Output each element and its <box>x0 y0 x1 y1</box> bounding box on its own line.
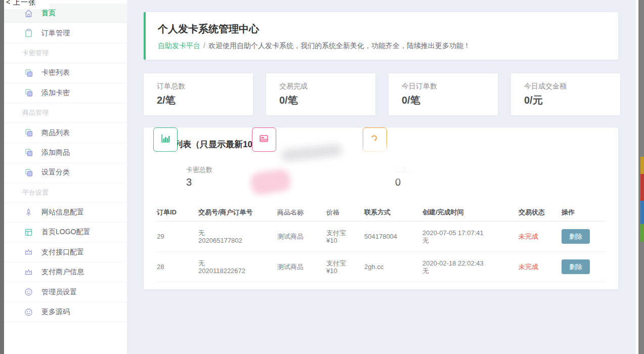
sidebar-nav: 首页 订单管理 卡密管理 卡密列表 添加卡密 商品管理 <box>4 4 127 322</box>
sold-stat-box <box>363 127 387 152</box>
trade-no-line2: 2020118222672 <box>198 267 277 275</box>
contact: 2gh.cc <box>364 263 422 271</box>
stat-label: 交易完成 <box>279 82 375 91</box>
sidebar-item-label: 商品列表 <box>41 128 70 138</box>
stat-value: 0/笔 <box>402 94 498 107</box>
card-icon <box>259 133 270 146</box>
time-line2: 无 <box>422 267 519 275</box>
previous-image-label: < 上一张 <box>4 0 50 7</box>
trade-no: 无 202065177802 <box>198 229 277 244</box>
sidebar-item-more-source[interactable]: 更多源码 <box>4 302 127 322</box>
previous-image-button[interactable]: < 上一张 <box>4 0 50 9</box>
trade-no-line1: 无 <box>198 229 277 237</box>
sidebar-item-payment-merchant-info[interactable]: 支付商户信息 <box>4 262 127 282</box>
column-header: 商品名称 <box>277 208 326 217</box>
home-icon <box>24 9 33 18</box>
breadcrumb-link[interactable]: 自助发卡平台 <box>158 41 200 50</box>
sidebar-item-add-card[interactable]: 添加卡密 <box>4 83 127 103</box>
pay-amount: ¥10 <box>326 267 364 275</box>
column-header: 创建/完成时间 <box>422 208 519 217</box>
sidebar-item-label: 支付商户信息 <box>41 268 84 277</box>
breadcrumb-separator: / <box>203 41 205 50</box>
column-header: 交易号/商户订单号 <box>198 208 277 217</box>
sidebar-item-product-list[interactable]: 商品列表 <box>4 123 127 143</box>
trade-no: 无 2020118222672 <box>198 259 277 275</box>
copy-icon <box>24 148 33 157</box>
mini-stat-value: 0 <box>395 176 415 188</box>
stat-card-total-orders: 订单总数 2/笔 <box>144 73 253 115</box>
order-id: 29 <box>157 233 198 240</box>
trade-no-line2: 202065177802 <box>198 237 277 244</box>
mini-stat-label: 卡密总数 <box>186 165 212 174</box>
copy-icon <box>24 128 33 138</box>
sidebar-item-label: 添加商品 <box>41 148 70 157</box>
smiley-icon <box>24 307 33 317</box>
orders-title: 订单列表（只显示最新10笔） <box>157 139 618 150</box>
contact: 504178004 <box>364 233 422 240</box>
sidebar-item-label: 管理员设置 <box>41 288 77 297</box>
sidebar-item-label: 更多源码 <box>41 307 70 317</box>
sidebar-section-card-management: 卡密管理 <box>4 43 127 63</box>
sidebar-section-label: 商品管理 <box>22 108 49 117</box>
table-row: 29 无 202065177802 测试商品 支付宝 ¥10 504178004… <box>157 222 605 252</box>
sidebar-item-card-list[interactable]: 卡密列表 <box>4 63 127 83</box>
delete-button[interactable]: 删除 <box>562 259 590 274</box>
pay-method: 支付宝 <box>326 259 364 267</box>
order-id: 28 <box>157 263 198 271</box>
column-header: 价格 <box>326 208 364 217</box>
sidebar-item-site-info-config[interactable]: 网站信息配置 <box>4 203 127 223</box>
welcome-message: 欢迎使用自助个人发卡系统，我们的系统全新美化，功能齐全，陆续推出更多功能！ <box>208 41 470 50</box>
sidebar-item-set-category[interactable]: 设置分类 <box>4 163 127 183</box>
blur-smear-pink <box>249 168 291 196</box>
table-row: 28 无 2020118222672 测试商品 支付宝 ¥10 2gh.cc 2… <box>157 252 605 282</box>
stat-value: 2/笔 <box>157 94 253 107</box>
sidebar-item-label: 卡密列表 <box>41 68 70 77</box>
layout-icon <box>24 228 33 237</box>
sidebar-item-label: 订单管理 <box>41 29 70 38</box>
pay-method: 支付宝 <box>326 229 364 237</box>
delete-button[interactable]: 删除 <box>562 229 590 244</box>
product-name: 测试商品 <box>277 232 326 241</box>
crown-icon <box>24 247 33 257</box>
sidebar: 首页 订单管理 卡密管理 卡密列表 添加卡密 商品管理 <box>4 0 127 354</box>
sidebar-item-label: 首页LOGO配置 <box>41 228 90 237</box>
time-line1: 2020-02-18 22:02:43 <box>422 259 519 267</box>
obscured-stat-box <box>252 127 276 152</box>
orders-card: 订单列表（只显示最新10笔） 卡密总数 3 <box>144 127 618 289</box>
sidebar-item-payment-api-config[interactable]: 支付接口配置 <box>4 243 127 262</box>
sidebar-item-admin-settings[interactable]: 管理员设置 <box>4 282 127 302</box>
sold-stat: 已卖出 0 <box>395 165 415 188</box>
orders-table: 订单ID 交易号/商户订单号 商品名称 价格 联系方式 创建/完成时间 交易状态… <box>157 203 605 282</box>
mini-stat-value: 3 <box>186 176 212 188</box>
create-time: 2020-07-05 17:07:41 无 <box>422 229 519 244</box>
time-line2: 无 <box>422 237 519 244</box>
window-edge-right <box>638 0 644 354</box>
stat-label: 订单总数 <box>157 82 253 91</box>
price: 支付宝 ¥10 <box>326 259 364 275</box>
edge-fragment-red <box>640 174 644 201</box>
rocket-icon <box>24 208 33 217</box>
copy-icon <box>24 88 33 98</box>
sidebar-section-label: 平台设置 <box>22 188 49 197</box>
sidebar-item-logo-config[interactable]: 首页LOGO配置 <box>4 223 127 242</box>
sidebar-section-label: 卡密管理 <box>22 49 49 58</box>
edge-fragment-green <box>640 224 644 242</box>
stat-card-today-orders: 今日订单数 0/笔 <box>389 73 498 115</box>
time-line1: 2020-07-05 17:07:41 <box>422 229 519 237</box>
sidebar-item-order-management[interactable]: 订单管理 <box>4 23 127 43</box>
sidebar-item-label: 设置分类 <box>41 168 70 177</box>
stat-label: 今日成交金额 <box>524 82 620 91</box>
breadcrumb: 自助发卡平台/欢迎使用自助个人发卡系统，我们的系统全新美化，功能齐全，陆续推出更… <box>158 41 618 51</box>
sidebar-item-label: 首页 <box>41 9 56 18</box>
stat-value: 0/元 <box>524 94 620 107</box>
trade-no-line1: 无 <box>198 259 277 267</box>
stat-label: 今日订单数 <box>402 82 498 91</box>
main-content: 个人发卡系统管理中心 自助发卡平台/欢迎使用自助个人发卡系统，我们的系统全新美化… <box>127 0 636 354</box>
sidebar-section-product-management: 商品管理 <box>4 103 127 123</box>
sidebar-item-add-product[interactable]: 添加商品 <box>4 143 127 163</box>
table-header-row: 订单ID 交易号/商户订单号 商品名称 价格 联系方式 创建/完成时间 交易状态… <box>157 203 605 222</box>
price: 支付宝 ¥10 <box>326 229 364 244</box>
column-header: 操作 <box>562 208 605 217</box>
blur-smear <box>228 161 366 205</box>
sidebar-item-label: 支付接口配置 <box>41 248 84 257</box>
